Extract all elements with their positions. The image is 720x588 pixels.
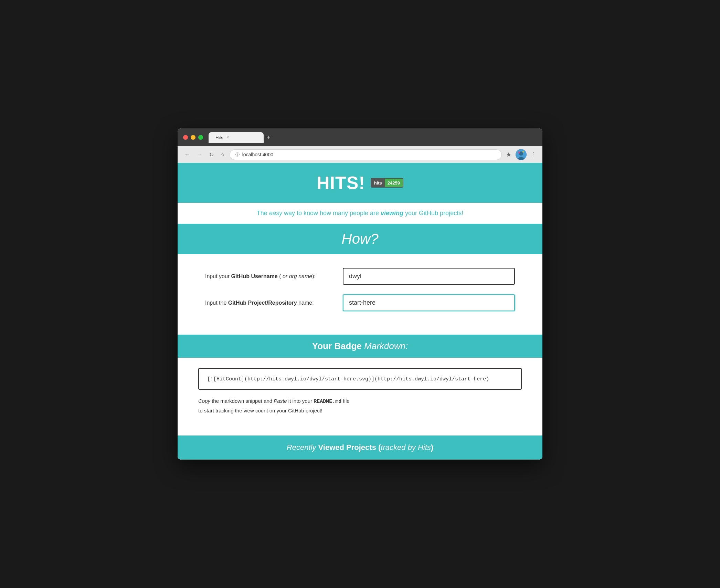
active-tab[interactable]: Hits × bbox=[209, 132, 264, 143]
badge-title-pre: Your Badge bbox=[312, 341, 364, 351]
toolbar-right: ★ ⋮ bbox=[506, 149, 537, 160]
markdown-code[interactable]: [![HitCount](http://hits.dwyl.io/dwyl/st… bbox=[207, 376, 489, 382]
repo-input[interactable] bbox=[343, 294, 515, 311]
tab-bar: Hits × + bbox=[209, 132, 537, 143]
markdown-section: [![HitCount](http://hits.dwyl.io/dwyl/st… bbox=[178, 358, 542, 422]
recently-viewed-italic: Recently bbox=[287, 443, 316, 452]
hits-badge-label: hits bbox=[371, 179, 385, 187]
form-section: Input your GitHub Username ( or org name… bbox=[178, 254, 542, 335]
username-row: Input your GitHub Username ( or org name… bbox=[205, 268, 515, 285]
badge-title-italic: Markdown: bbox=[364, 341, 408, 351]
repo-label: Input the GitHub Project/Repository name… bbox=[205, 300, 336, 306]
tagline-part1: The bbox=[257, 210, 269, 217]
menu-button[interactable]: ⋮ bbox=[531, 151, 537, 158]
maximize-button[interactable] bbox=[198, 135, 203, 140]
username-label: Input your GitHub Username ( or org name… bbox=[205, 273, 336, 280]
back-button[interactable]: ← bbox=[183, 150, 191, 159]
hits-badge: hits 24259 bbox=[371, 178, 403, 188]
avatar-icon bbox=[516, 149, 527, 160]
instruction-line2: to start tracking the view count on your… bbox=[198, 408, 322, 413]
security-icon: ⓘ bbox=[235, 152, 240, 158]
instruction-copy: Copy bbox=[198, 398, 210, 404]
instruction-readme: README.md bbox=[314, 399, 341, 405]
tab-title: Hits bbox=[215, 135, 223, 140]
username-input[interactable] bbox=[343, 268, 515, 285]
repo-row: Input the GitHub Project/Repository name… bbox=[205, 294, 515, 311]
page-content: HITS! hits 24259 The easy way to know ho… bbox=[178, 163, 542, 460]
new-tab-button[interactable]: + bbox=[266, 134, 271, 141]
recently-viewed-title: Recently Viewed Projects (tracked by Hit… bbox=[184, 443, 536, 452]
url-text: localhost:4000 bbox=[242, 152, 273, 157]
forward-button[interactable]: → bbox=[195, 150, 204, 159]
tagline-part2: way to know how many people are bbox=[282, 210, 381, 217]
svg-point-3 bbox=[518, 151, 520, 154]
hero-section: HITS! hits 24259 bbox=[178, 163, 542, 203]
svg-point-4 bbox=[522, 151, 524, 153]
avatar[interactable] bbox=[516, 149, 527, 160]
tab-close-button[interactable]: × bbox=[226, 135, 229, 140]
title-bar: Hits × + bbox=[178, 128, 542, 146]
recently-viewed-bold: Viewed Projects ( bbox=[318, 443, 381, 452]
badge-header-title: Your Badge Markdown: bbox=[184, 341, 536, 351]
hero-title: HITS! bbox=[317, 172, 365, 193]
tagline-easy: easy bbox=[269, 210, 282, 217]
tagline-part3: your GitHub projects! bbox=[403, 210, 463, 217]
address-bar: ← → ↻ ⌂ ⓘ localhost:4000 ★ ⋮ bbox=[178, 146, 542, 163]
close-button[interactable] bbox=[183, 135, 188, 140]
tagline: The easy way to know how many people are… bbox=[184, 210, 536, 217]
instruction-paste: Paste bbox=[274, 398, 287, 404]
how-section: How? bbox=[178, 224, 542, 254]
home-button[interactable]: ⌂ bbox=[219, 150, 225, 159]
recently-viewed-tracked: tracked by Hits bbox=[381, 443, 431, 452]
markdown-box: [![HitCount](http://hits.dwyl.io/dwyl/st… bbox=[198, 368, 522, 390]
tagline-section: The easy way to know how many people are… bbox=[178, 203, 542, 224]
recently-viewed-close: ) bbox=[431, 443, 433, 452]
badge-header: Your Badge Markdown: bbox=[178, 335, 542, 358]
tagline-viewing: viewing bbox=[381, 210, 403, 217]
recently-viewed-section: Recently Viewed Projects (tracked by Hit… bbox=[178, 435, 542, 460]
minimize-button[interactable] bbox=[191, 135, 195, 140]
url-bar[interactable]: ⓘ localhost:4000 bbox=[230, 149, 502, 160]
how-title: How? bbox=[184, 231, 536, 247]
bookmark-button[interactable]: ★ bbox=[506, 151, 511, 158]
reload-button[interactable]: ↻ bbox=[208, 150, 215, 159]
browser-window: Hits × + ← → ↻ ⌂ ⓘ localhost:4000 ★ bbox=[178, 128, 542, 460]
hits-badge-count: 24259 bbox=[385, 179, 403, 187]
markdown-instructions: Copy the markdown snippet and Paste it i… bbox=[198, 397, 522, 415]
traffic-lights bbox=[183, 135, 203, 140]
